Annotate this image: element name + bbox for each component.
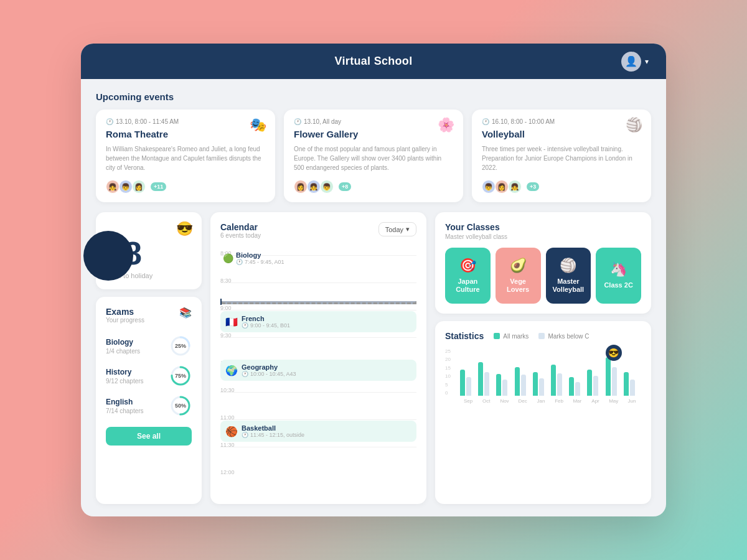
event-card-3[interactable]: 🕐 16.10, 8:00 - 10:00 AM 🏐 Volleyball Th…: [472, 110, 651, 202]
chevron-down-icon: ▾: [645, 57, 649, 66]
bars-row: 😎: [459, 348, 641, 396]
bar-teal-nov: [496, 374, 501, 396]
exam-item-english: English 7/14 chapters 50%: [106, 394, 192, 417]
month-labels: Sep Oct Nov Dec Jan Feb Mar Apr May Jun: [459, 396, 641, 404]
bar-teal-sep: [460, 370, 465, 396]
month-mar: Mar: [569, 398, 585, 404]
bar-sep: [460, 370, 476, 396]
content-area: Upcoming events 🕐 13.10, 8:00 - 11:45 AM…: [81, 79, 666, 516]
bottom-row: 😎 68 Days to holiday Exams Your progress…: [96, 212, 651, 504]
bar-jan: [533, 372, 549, 396]
bar-gray-oct: [484, 372, 489, 396]
class-tile-vege[interactable]: 🥑 Vege Lovers: [496, 248, 541, 304]
legend-below-c: Marks below C: [538, 333, 589, 340]
bar-teal-jun: [624, 372, 629, 396]
cal-event-french[interactable]: 🇫🇷 French 🕐 9:00 - 9:45, B01: [220, 311, 416, 332]
avatar-count-2: +8: [339, 182, 351, 191]
bar-gray-jan: [539, 378, 544, 396]
y-label-15: 15: [445, 365, 456, 371]
exam-name-english: English: [106, 398, 144, 406]
exam-chapters-history: 9/12 chapters: [106, 378, 144, 385]
exams-subtitle: Your progress: [106, 317, 144, 324]
clock-icon-cal4: 🕐: [242, 432, 248, 438]
avatar-8: 👩: [495, 180, 509, 194]
exams-title: Exams: [106, 307, 144, 317]
timeline-content: 🟢 Biology 🕐 7:45 - 9:45, A01: [220, 249, 416, 494]
event-time-2: 🕐 13.10, All day: [294, 118, 453, 125]
event-time-1: 🕐 13.10, 8:00 - 11:45 AM: [106, 118, 265, 125]
bar-mar: [569, 377, 585, 396]
class-tile-volleyball[interactable]: 🏐 Master Volleyball: [546, 248, 591, 304]
volleyball-icon: 🏐: [560, 258, 576, 274]
class-tile-name-volleyball: Master Volleyball: [551, 278, 586, 294]
month-dec: Dec: [515, 398, 531, 404]
cal-event-name-basketball: Basketball: [242, 424, 304, 432]
month-apr: Apr: [587, 398, 603, 404]
clock-icon-cal2: 🕐: [242, 322, 248, 329]
cal-event-biology[interactable]: 🟢 Biology 🕐 7:45 - 9:45, A01: [220, 250, 416, 266]
left-column: 😎 68 Days to holiday Exams Your progress…: [96, 212, 202, 504]
class-tile-name-japan: Japan Culture: [450, 278, 486, 294]
class-tile-name-vege: Vege Lovers: [500, 278, 536, 294]
classes-subtitle: Master volleyball class: [445, 233, 641, 240]
event-title-1: Roma Theatre: [106, 129, 265, 139]
progress-label-english: 50%: [175, 403, 186, 409]
y-label-20: 20: [445, 357, 456, 362]
progress-biology: 25%: [169, 335, 192, 357]
class-tile-japan[interactable]: 🎯 Japan Culture: [445, 248, 491, 304]
cal-event-time-french: 🕐 9:00 - 9:45, B01: [242, 322, 290, 329]
event-desc-3: Three times per week - intensive volleyb…: [482, 144, 641, 172]
chevron-down-icon-calendar: ▾: [406, 225, 410, 233]
stats-title: Statistics: [445, 331, 484, 341]
bar-teal-oct: [478, 362, 483, 396]
classes-title: Your Classes: [445, 222, 641, 232]
y-axis-labels: 25 20 15 10 5 0: [445, 348, 456, 404]
event-avatars-2: 👩 👧 👦 +8: [294, 180, 453, 194]
month-feb: Feb: [551, 398, 567, 404]
progress-english: 50%: [169, 394, 192, 417]
today-button[interactable]: Today ▾: [378, 222, 416, 236]
stats-card: Statistics All marks Marks below C: [435, 321, 651, 504]
bar-gray-jun: [630, 380, 635, 396]
avatar-2: 👦: [119, 180, 133, 194]
avatar-3: 👩: [132, 180, 146, 194]
unicorn-icon: 🦄: [610, 261, 627, 278]
legend-all-marks: All marks: [494, 333, 529, 340]
event-card-1[interactable]: 🕐 13.10, 8:00 - 11:45 AM 🎭 Roma Theatre …: [96, 110, 275, 202]
bar-teal-apr: [587, 370, 592, 396]
exam-name-history: History: [106, 368, 144, 376]
cal-event-name-biology: Biology: [236, 251, 284, 259]
legend-dot-teal: [494, 333, 500, 339]
bar-gray-feb: [557, 373, 562, 396]
avatar-7: 👦: [482, 180, 496, 194]
y-label-0: 0: [445, 390, 456, 396]
see-all-button[interactable]: See all: [106, 427, 192, 446]
geography-flag: 🌍: [225, 365, 238, 376]
class-tile-2c[interactable]: 🦄 Class 2C: [596, 248, 641, 304]
event-card-2[interactable]: 🕐 13.10, All day 🌸 Flower Gallery One of…: [284, 110, 463, 202]
cal-event-geography[interactable]: 🌍 Geography 🕐 10:00 - 10:45, A43: [220, 360, 416, 381]
stats-header: Statistics All marks Marks below C: [445, 331, 641, 341]
events-section: Upcoming events 🕐 13.10, 8:00 - 11:45 AM…: [96, 91, 651, 202]
user-avatar-button[interactable]: 👤 ▾: [621, 52, 649, 72]
calendar-title: Calendar: [220, 222, 261, 232]
class-tile-name-2c: Class 2C: [604, 281, 632, 289]
month-jan: Jan: [533, 398, 549, 404]
exam-chapters-biology: 1/4 chapters: [106, 348, 140, 355]
event-desc-2: One of the most popular and famous plant…: [294, 144, 453, 172]
bar-teal-jan: [533, 372, 538, 396]
bar-dec: [515, 367, 531, 396]
event-title-2: Flower Gallery: [294, 129, 453, 139]
bar-feb: [551, 365, 567, 396]
progress-history: 75%: [169, 365, 192, 387]
avatar-9: 👧: [508, 180, 522, 194]
cal-event-basketball[interactable]: 🏀 Basketball 🕐 11:45 - 12:15, outside: [220, 421, 416, 442]
avatar: 👤: [621, 52, 641, 72]
month-sep: Sep: [460, 398, 476, 404]
clock-icon-cal3: 🕐: [242, 371, 248, 377]
dark-circle-decoration: [83, 231, 133, 281]
avatar-4: 👩: [294, 180, 308, 194]
holiday-emoji: 😎: [176, 221, 193, 237]
french-flag: 🇫🇷: [225, 316, 238, 328]
event-icon-2: 🌸: [438, 117, 454, 133]
